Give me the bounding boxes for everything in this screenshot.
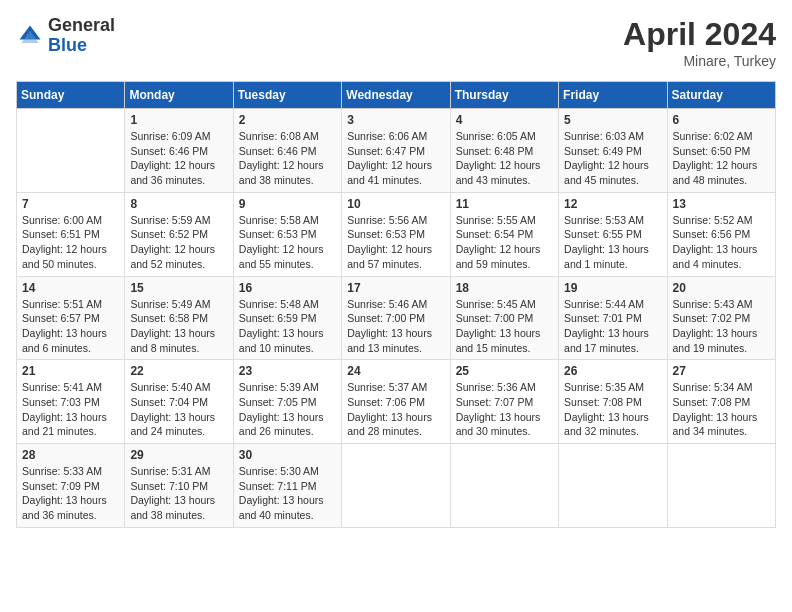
day-number: 26 — [564, 364, 661, 378]
day-info: Sunrise: 5:56 AMSunset: 6:53 PMDaylight:… — [347, 213, 444, 272]
calendar-cell: 16Sunrise: 5:48 AMSunset: 6:59 PMDayligh… — [233, 276, 341, 360]
day-info: Sunrise: 5:55 AMSunset: 6:54 PMDaylight:… — [456, 213, 553, 272]
day-number: 22 — [130, 364, 227, 378]
day-info: Sunrise: 5:53 AMSunset: 6:55 PMDaylight:… — [564, 213, 661, 272]
day-info: Sunrise: 5:46 AMSunset: 7:00 PMDaylight:… — [347, 297, 444, 356]
day-number: 1 — [130, 113, 227, 127]
calendar-cell — [17, 109, 125, 193]
calendar-cell: 2Sunrise: 6:08 AMSunset: 6:46 PMDaylight… — [233, 109, 341, 193]
calendar-cell: 26Sunrise: 5:35 AMSunset: 7:08 PMDayligh… — [559, 360, 667, 444]
day-number: 29 — [130, 448, 227, 462]
day-info: Sunrise: 5:31 AMSunset: 7:10 PMDaylight:… — [130, 464, 227, 523]
calendar-cell: 30Sunrise: 5:30 AMSunset: 7:11 PMDayligh… — [233, 444, 341, 528]
day-info: Sunrise: 5:39 AMSunset: 7:05 PMDaylight:… — [239, 380, 336, 439]
day-number: 10 — [347, 197, 444, 211]
header-row: SundayMondayTuesdayWednesdayThursdayFrid… — [17, 82, 776, 109]
header-day-monday: Monday — [125, 82, 233, 109]
calendar-cell: 21Sunrise: 5:41 AMSunset: 7:03 PMDayligh… — [17, 360, 125, 444]
calendar-cell: 11Sunrise: 5:55 AMSunset: 6:54 PMDayligh… — [450, 192, 558, 276]
day-info: Sunrise: 5:58 AMSunset: 6:53 PMDaylight:… — [239, 213, 336, 272]
logo-general-text: General — [48, 15, 115, 35]
calendar-cell: 17Sunrise: 5:46 AMSunset: 7:00 PMDayligh… — [342, 276, 450, 360]
calendar-cell — [450, 444, 558, 528]
day-info: Sunrise: 5:43 AMSunset: 7:02 PMDaylight:… — [673, 297, 770, 356]
day-number: 9 — [239, 197, 336, 211]
logo-icon — [16, 22, 44, 50]
calendar-cell: 3Sunrise: 6:06 AMSunset: 6:47 PMDaylight… — [342, 109, 450, 193]
day-number: 7 — [22, 197, 119, 211]
calendar-cell: 28Sunrise: 5:33 AMSunset: 7:09 PMDayligh… — [17, 444, 125, 528]
calendar-cell: 9Sunrise: 5:58 AMSunset: 6:53 PMDaylight… — [233, 192, 341, 276]
day-info: Sunrise: 5:41 AMSunset: 7:03 PMDaylight:… — [22, 380, 119, 439]
calendar-subtitle: Minare, Turkey — [623, 53, 776, 69]
calendar-cell: 6Sunrise: 6:02 AMSunset: 6:50 PMDaylight… — [667, 109, 775, 193]
calendar-cell: 4Sunrise: 6:05 AMSunset: 6:48 PMDaylight… — [450, 109, 558, 193]
calendar-cell: 27Sunrise: 5:34 AMSunset: 7:08 PMDayligh… — [667, 360, 775, 444]
day-info: Sunrise: 5:40 AMSunset: 7:04 PMDaylight:… — [130, 380, 227, 439]
header-day-friday: Friday — [559, 82, 667, 109]
day-info: Sunrise: 5:52 AMSunset: 6:56 PMDaylight:… — [673, 213, 770, 272]
day-info: Sunrise: 5:35 AMSunset: 7:08 PMDaylight:… — [564, 380, 661, 439]
day-info: Sunrise: 5:59 AMSunset: 6:52 PMDaylight:… — [130, 213, 227, 272]
day-number: 28 — [22, 448, 119, 462]
calendar-cell: 10Sunrise: 5:56 AMSunset: 6:53 PMDayligh… — [342, 192, 450, 276]
week-row-1: 1Sunrise: 6:09 AMSunset: 6:46 PMDaylight… — [17, 109, 776, 193]
day-number: 27 — [673, 364, 770, 378]
day-number: 6 — [673, 113, 770, 127]
day-info: Sunrise: 5:48 AMSunset: 6:59 PMDaylight:… — [239, 297, 336, 356]
calendar-header: SundayMondayTuesdayWednesdayThursdayFrid… — [17, 82, 776, 109]
day-number: 2 — [239, 113, 336, 127]
week-row-2: 7Sunrise: 6:00 AMSunset: 6:51 PMDaylight… — [17, 192, 776, 276]
calendar-cell: 25Sunrise: 5:36 AMSunset: 7:07 PMDayligh… — [450, 360, 558, 444]
day-info: Sunrise: 5:37 AMSunset: 7:06 PMDaylight:… — [347, 380, 444, 439]
day-info: Sunrise: 6:00 AMSunset: 6:51 PMDaylight:… — [22, 213, 119, 272]
day-info: Sunrise: 6:06 AMSunset: 6:47 PMDaylight:… — [347, 129, 444, 188]
calendar-table: SundayMondayTuesdayWednesdayThursdayFrid… — [16, 81, 776, 528]
day-info: Sunrise: 5:36 AMSunset: 7:07 PMDaylight:… — [456, 380, 553, 439]
day-number: 23 — [239, 364, 336, 378]
day-number: 20 — [673, 281, 770, 295]
day-number: 25 — [456, 364, 553, 378]
calendar-cell — [667, 444, 775, 528]
day-number: 13 — [673, 197, 770, 211]
calendar-cell: 23Sunrise: 5:39 AMSunset: 7:05 PMDayligh… — [233, 360, 341, 444]
day-number: 8 — [130, 197, 227, 211]
week-row-4: 21Sunrise: 5:41 AMSunset: 7:03 PMDayligh… — [17, 360, 776, 444]
day-number: 16 — [239, 281, 336, 295]
week-row-5: 28Sunrise: 5:33 AMSunset: 7:09 PMDayligh… — [17, 444, 776, 528]
day-info: Sunrise: 5:45 AMSunset: 7:00 PMDaylight:… — [456, 297, 553, 356]
day-number: 14 — [22, 281, 119, 295]
header-day-saturday: Saturday — [667, 82, 775, 109]
calendar-cell — [559, 444, 667, 528]
day-number: 5 — [564, 113, 661, 127]
calendar-cell: 18Sunrise: 5:45 AMSunset: 7:00 PMDayligh… — [450, 276, 558, 360]
week-row-3: 14Sunrise: 5:51 AMSunset: 6:57 PMDayligh… — [17, 276, 776, 360]
calendar-cell: 29Sunrise: 5:31 AMSunset: 7:10 PMDayligh… — [125, 444, 233, 528]
day-number: 18 — [456, 281, 553, 295]
day-number: 12 — [564, 197, 661, 211]
calendar-cell: 14Sunrise: 5:51 AMSunset: 6:57 PMDayligh… — [17, 276, 125, 360]
calendar-cell: 7Sunrise: 6:00 AMSunset: 6:51 PMDaylight… — [17, 192, 125, 276]
day-info: Sunrise: 6:02 AMSunset: 6:50 PMDaylight:… — [673, 129, 770, 188]
day-info: Sunrise: 5:30 AMSunset: 7:11 PMDaylight:… — [239, 464, 336, 523]
calendar-cell: 22Sunrise: 5:40 AMSunset: 7:04 PMDayligh… — [125, 360, 233, 444]
day-number: 19 — [564, 281, 661, 295]
calendar-cell: 12Sunrise: 5:53 AMSunset: 6:55 PMDayligh… — [559, 192, 667, 276]
day-number: 3 — [347, 113, 444, 127]
calendar-cell: 1Sunrise: 6:09 AMSunset: 6:46 PMDaylight… — [125, 109, 233, 193]
header-day-wednesday: Wednesday — [342, 82, 450, 109]
day-number: 17 — [347, 281, 444, 295]
logo: General Blue — [16, 16, 115, 56]
day-info: Sunrise: 5:34 AMSunset: 7:08 PMDaylight:… — [673, 380, 770, 439]
day-info: Sunrise: 5:49 AMSunset: 6:58 PMDaylight:… — [130, 297, 227, 356]
calendar-cell: 19Sunrise: 5:44 AMSunset: 7:01 PMDayligh… — [559, 276, 667, 360]
calendar-title: April 2024 — [623, 16, 776, 53]
page-header: General Blue April 2024 Minare, Turkey — [16, 16, 776, 69]
day-info: Sunrise: 5:44 AMSunset: 7:01 PMDaylight:… — [564, 297, 661, 356]
calendar-cell: 24Sunrise: 5:37 AMSunset: 7:06 PMDayligh… — [342, 360, 450, 444]
header-day-tuesday: Tuesday — [233, 82, 341, 109]
day-number: 15 — [130, 281, 227, 295]
day-number: 30 — [239, 448, 336, 462]
day-info: Sunrise: 6:05 AMSunset: 6:48 PMDaylight:… — [456, 129, 553, 188]
calendar-cell: 8Sunrise: 5:59 AMSunset: 6:52 PMDaylight… — [125, 192, 233, 276]
